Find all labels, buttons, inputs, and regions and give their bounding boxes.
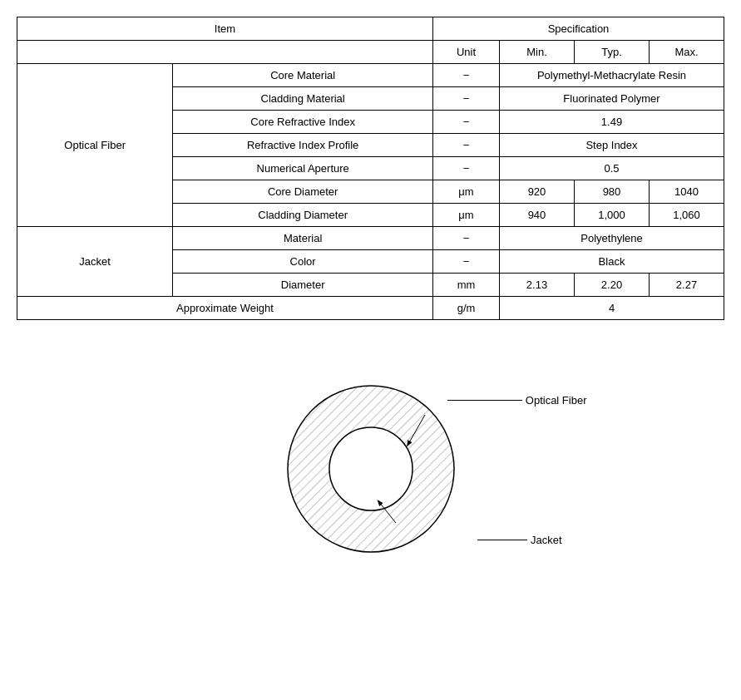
- unit-cell: μm: [433, 180, 500, 204]
- sub-item-cell: Core Material: [173, 64, 433, 87]
- header-specification: Specification: [433, 17, 724, 41]
- unit-cell: g/m: [433, 297, 500, 320]
- section-label: Approximate Weight: [17, 297, 433, 320]
- table-row: JacketMaterial−Polyethylene: [17, 227, 724, 250]
- typ-cell: 980: [575, 180, 650, 204]
- typ-cell-span: Fluorinated Polymer: [500, 87, 724, 111]
- jacket-line: [477, 540, 527, 540]
- unit-cell: μm: [433, 204, 500, 227]
- sub-item-cell: Core Diameter: [173, 180, 433, 204]
- typ-cell-span: 0.5: [500, 157, 724, 180]
- section-label: Jacket: [17, 227, 173, 297]
- diagram-container: Optical Fiber Jacket: [17, 353, 724, 586]
- sub-item-cell: Color: [173, 250, 433, 274]
- sub-item-cell: Numerical Aperture: [173, 157, 433, 180]
- header-item: Item: [17, 17, 433, 41]
- unit-cell: −: [433, 227, 500, 250]
- typ-cell-span: Black: [500, 250, 724, 274]
- header-max: Max.: [650, 41, 724, 64]
- sub-item-cell: Diameter: [173, 274, 433, 297]
- max-cell: 1,060: [650, 204, 724, 227]
- sub-item-cell: Material: [173, 227, 433, 250]
- jacket-label: Jacket: [531, 534, 562, 546]
- unit-cell: −: [433, 157, 500, 180]
- unit-cell: −: [433, 111, 500, 134]
- typ-cell-span: Polyethylene: [500, 227, 724, 250]
- page-container: Item Specification Unit Min. Typ. Max. O…: [17, 17, 724, 586]
- unit-cell: mm: [433, 274, 500, 297]
- min-cell: 2.13: [500, 274, 575, 297]
- unit-cell: −: [433, 87, 500, 111]
- optical-fiber-label: Optical Fiber: [526, 394, 587, 407]
- sub-item-cell: Cladding Material: [173, 87, 433, 111]
- min-cell: 920: [500, 180, 575, 204]
- header-item-blank: [17, 41, 433, 64]
- typ-cell-span: 1.49: [500, 111, 724, 134]
- optical-fiber-label-container: Optical Fiber: [447, 394, 587, 407]
- svg-point-3: [329, 427, 412, 510]
- max-cell: 2.27: [650, 274, 724, 297]
- unit-cell: −: [433, 250, 500, 274]
- table-row: Approximate Weightg/m4: [17, 297, 724, 320]
- optical-fiber-line: [447, 400, 522, 401]
- diagram-svg-wrapper: Optical Fiber Jacket: [271, 369, 471, 571]
- typ-cell-span: Polymethyl-Methacrylate Resin: [500, 64, 724, 87]
- header-min: Min.: [500, 41, 575, 64]
- min-cell: 940: [500, 204, 575, 227]
- unit-cell: −: [433, 134, 500, 157]
- sub-item-cell: Cladding Diameter: [173, 204, 433, 227]
- sub-item-cell: Core Refractive Index: [173, 111, 433, 134]
- header-typ: Typ.: [575, 41, 650, 64]
- jacket-label-container: Jacket: [477, 534, 562, 546]
- typ-cell: 4: [500, 297, 724, 320]
- max-cell: 1040: [650, 180, 724, 204]
- header-unit: Unit: [433, 41, 500, 64]
- typ-cell: 2.20: [575, 274, 650, 297]
- table-row: Optical FiberCore Material−Polymethyl-Me…: [17, 64, 724, 87]
- unit-cell: −: [433, 64, 500, 87]
- section-label: Optical Fiber: [17, 64, 173, 227]
- fiber-diagram: [271, 369, 471, 569]
- spec-table: Item Specification Unit Min. Typ. Max. O…: [17, 17, 724, 320]
- sub-item-cell: Refractive Index Profile: [173, 134, 433, 157]
- typ-cell-span: Step Index: [500, 134, 724, 157]
- typ-cell: 1,000: [575, 204, 650, 227]
